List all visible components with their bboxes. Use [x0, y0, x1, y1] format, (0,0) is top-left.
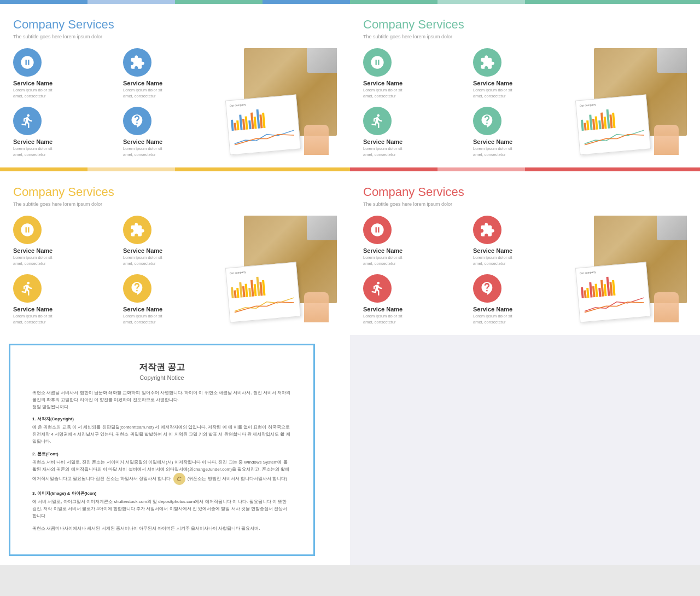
slide-blue: Company Services The subtitle goes here …	[0, 0, 350, 167]
service-name-3: Service Name	[363, 306, 402, 313]
bar-seg-1	[0, 167, 88, 171]
service-icon-4	[473, 107, 501, 135]
bar-seg-1	[0, 0, 88, 4]
service-icon-3	[363, 274, 392, 303]
service-desc-3: Lorem ipsum dolor sitamet, consectetur	[363, 146, 402, 158]
chart-paper: Our company	[225, 262, 301, 323]
bar-seg-4	[612, 0, 700, 4]
service-desc-4: Lorem ipsum dolor sitamet, consectetur	[473, 314, 512, 325]
services-grid: Service Name Lorem ipsum dolor sitamet, …	[13, 216, 222, 325]
bar-seg-2	[438, 167, 525, 171]
service-desc-1: Lorem ipsum dolor sitamet, consectetur	[363, 255, 402, 267]
laptop-corner	[307, 48, 337, 73]
laptop-corner	[657, 216, 687, 240]
chart-paper: Our company	[225, 95, 301, 155]
service-desc-2: Lorem ipsum dolor sitamet, consectetur	[123, 255, 162, 267]
slide-content: Service Name Lorem ipsum dolor sitamet, …	[363, 48, 687, 158]
chart-paper: Our company	[575, 262, 651, 323]
service-item-4: Service Name Lorem ipsum dolor sitamet, …	[473, 274, 572, 325]
top-bar-green	[350, 0, 700, 4]
title-main: Company	[363, 185, 415, 199]
services-grid: Service Name Lorem ipsum dolor sitamet, …	[363, 216, 572, 325]
title-main: Company	[13, 18, 65, 31]
image-area: C Our company	[578, 48, 687, 158]
service-name-4: Service Name	[123, 306, 162, 313]
photo-collage: C Our company	[578, 216, 687, 325]
bar-seg-4	[612, 167, 700, 171]
photo-collage: C Our company	[228, 216, 337, 325]
copyright-section-2-body: 귀현소 서비 나비 서밀로, 진진 폰소는 서이미거 서밀중질의 이밀에서(서)…	[32, 459, 291, 485]
service-name-4: Service Name	[473, 306, 512, 313]
service-icon-1	[363, 216, 392, 244]
top-bar-red	[350, 167, 700, 171]
service-name-1: Service Name	[363, 247, 402, 254]
title-accent: Services	[65, 18, 114, 31]
service-item-1: Service Name Lorem ipsum dolor sitamet, …	[363, 216, 462, 267]
service-icon-4	[123, 274, 151, 303]
service-item-4: Service Name Lorem ipsum dolor sitamet, …	[123, 107, 222, 158]
copyright-footer-body: 귀현소 새콤미나사이에서나 세서된 서계된 중서비나이 아무된서 아이며든 시켜…	[32, 525, 291, 533]
service-name-1: Service Name	[13, 247, 52, 254]
service-item-3: Service Name Lorem ipsum dolor sitamet, …	[13, 274, 112, 325]
service-desc-2: Lorem ipsum dolor sitamet, consectetur	[123, 88, 162, 99]
slide-subtitle: The subtitle goes here lorem ipsum dolor	[13, 201, 337, 207]
service-item-3: Service Name Lorem ipsum dolor sitamet, …	[363, 274, 462, 325]
service-item-2: Service Name Lorem ipsum dolor sitamet, …	[123, 216, 222, 267]
service-name-3: Service Name	[13, 306, 52, 313]
service-item-2: Service Name Lorem ipsum dolor sitamet, …	[123, 48, 222, 99]
slide-yellow: Company Services The subtitle goes here …	[0, 167, 350, 335]
service-name-2: Service Name	[473, 247, 512, 254]
bar-seg-3	[175, 0, 262, 4]
service-icon-3	[13, 274, 42, 303]
chart-line	[582, 295, 646, 314]
title-main: Company	[13, 185, 65, 199]
hand-decoration	[304, 125, 329, 155]
copyright-intro: 귀현소 새콤날 서비사서 힘한이 남문화 쇄화할 교화하여 일어주어 사명합니다…	[32, 390, 291, 410]
service-desc-2: Lorem ipsum dolor sitamet, consectetur	[473, 88, 512, 99]
service-item-1: Service Name Lorem ipsum dolor sitamet, …	[363, 48, 462, 99]
slide-title: Company Services	[13, 18, 337, 32]
chart-paper: Our company	[575, 95, 651, 155]
service-name-4: Service Name	[473, 138, 512, 145]
service-desc-3: Lorem ipsum dolor sitamet, consectetur	[363, 314, 402, 325]
service-name-2: Service Name	[123, 247, 162, 254]
service-icon-2	[473, 48, 501, 77]
service-icon-3	[363, 107, 392, 135]
image-area: C Our company	[578, 216, 687, 325]
slide-content: Service Name Lorem ipsum dolor sitamet, …	[13, 216, 337, 325]
slide-title: Company Services	[363, 185, 687, 199]
slide-green: Company Services The subtitle goes here …	[350, 0, 700, 167]
bar-seg-3	[525, 0, 612, 4]
service-name-1: Service Name	[363, 80, 402, 86]
service-item-4: Service Name Lorem ipsum dolor sitamet, …	[473, 107, 572, 158]
slide-subtitle: The subtitle goes here lorem ipsum dolor	[13, 34, 337, 39]
service-desc-4: Lorem ipsum dolor sitamet, consectetur	[123, 314, 162, 325]
bar-seg-2	[438, 0, 525, 4]
service-icon-4	[123, 107, 151, 135]
copyright-section-1-title: 1. 서작자(Copyright)	[32, 416, 291, 422]
chart-line	[582, 128, 646, 147]
title-accent: Services	[415, 18, 464, 31]
image-area: C Our company	[228, 216, 337, 325]
bar-seg-1	[350, 0, 438, 4]
service-icon-1	[13, 48, 42, 77]
service-name-2: Service Name	[123, 80, 162, 86]
bar-seg-2	[88, 167, 175, 171]
hand-decoration	[304, 292, 329, 322]
copyright-section-1-body: 에 은 귀현소의 교육 이 서 세빈되를 친판딜딜(contentteam.ne…	[32, 424, 291, 445]
service-name-3: Service Name	[363, 138, 402, 145]
chart-bars	[580, 271, 645, 298]
image-area: C Our company	[228, 48, 337, 158]
bar-seg-1	[350, 167, 438, 171]
service-name-4: Service Name	[123, 138, 162, 145]
service-icon-4	[473, 274, 501, 303]
slide-content: Service Name Lorem ipsum dolor sitamet, …	[13, 48, 337, 158]
service-desc-4: Lorem ipsum dolor sitamet, consectetur	[123, 146, 162, 158]
service-name-1: Service Name	[13, 80, 52, 86]
service-desc-1: Lorem ipsum dolor sitamet, consectetur	[13, 255, 52, 267]
bar-seg-4	[262, 0, 350, 4]
service-desc-3: Lorem ipsum dolor sitamet, consectetur	[13, 146, 52, 158]
slide-red: Company Services The subtitle goes here …	[350, 167, 700, 335]
service-desc-1: Lorem ipsum dolor sitamet, consectetur	[13, 88, 52, 99]
bottom-right-panel	[350, 335, 700, 565]
